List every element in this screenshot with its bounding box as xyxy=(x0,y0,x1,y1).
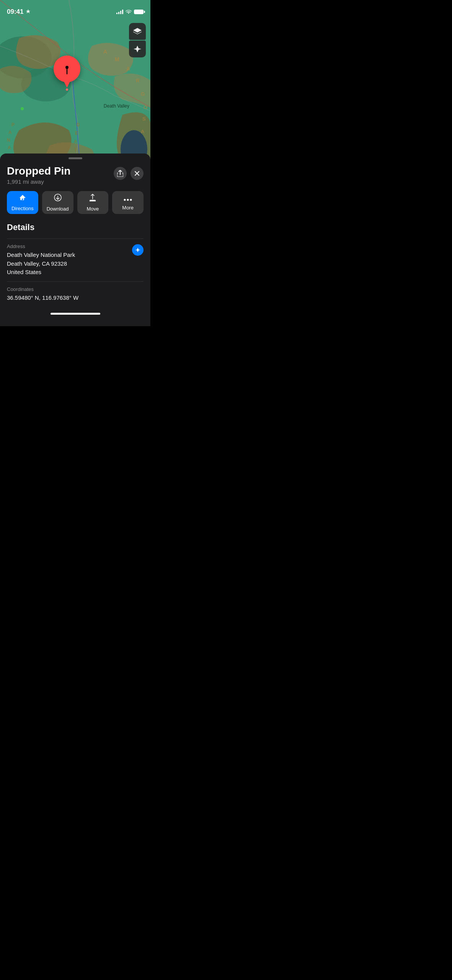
sheet-header: Dropped Pin 1,991 mi away xyxy=(0,165,150,191)
svg-point-31 xyxy=(130,199,132,201)
close-button[interactable] xyxy=(131,167,144,180)
details-section: Details Address Death Valley National Pa… xyxy=(0,222,150,307)
coordinates-label: Coordinates xyxy=(7,286,78,292)
death-valley-label: Death Valley xyxy=(104,103,129,109)
address-content: Address Death Valley National Park Death… xyxy=(7,243,75,277)
address-line3: United States xyxy=(7,268,75,277)
more-icon xyxy=(124,195,132,203)
bottom-sheet: Dropped Pin 1,991 mi away xyxy=(0,154,150,326)
status-bar: 09:41 xyxy=(0,0,150,19)
status-time: 09:41 xyxy=(7,8,30,16)
map-layers-button[interactable] xyxy=(129,23,146,40)
pin-dot xyxy=(66,88,68,91)
sheet-title: Dropped Pin xyxy=(7,165,70,177)
signal-icon xyxy=(116,10,123,14)
svg-text:A: A xyxy=(126,66,132,72)
svg-text:A: A xyxy=(8,130,13,135)
coordinates-content: Coordinates 36.59480° N, 116.97638° W xyxy=(7,286,78,302)
time-display: 09:41 xyxy=(7,8,23,16)
pin-stem xyxy=(64,82,70,88)
directions-label: Directions xyxy=(11,206,34,211)
download-icon xyxy=(54,194,62,204)
svg-text:A: A xyxy=(103,49,109,55)
address-line2: Death Valley, CA 92328 xyxy=(7,260,75,268)
svg-text:A: A xyxy=(141,129,145,134)
svg-text:P: P xyxy=(11,122,15,127)
location-button[interactable] xyxy=(129,41,146,57)
map-controls xyxy=(129,23,146,57)
scroll-indicator xyxy=(51,313,100,315)
move-label: Move xyxy=(86,206,99,212)
address-row: Address Death Valley National Park Death… xyxy=(7,238,144,281)
download-button[interactable]: Download xyxy=(42,191,73,214)
map-pin[interactable] xyxy=(54,56,80,91)
svg-text:G: G xyxy=(141,91,146,97)
svg-text:O: O xyxy=(144,105,148,110)
address-navigate-button[interactable] xyxy=(132,244,144,256)
svg-text:A: A xyxy=(8,145,12,150)
move-icon xyxy=(89,194,96,204)
download-label: Download xyxy=(47,206,69,212)
svg-point-25 xyxy=(21,107,24,110)
battery-icon xyxy=(134,10,144,14)
share-button[interactable] xyxy=(114,167,127,180)
sheet-handle xyxy=(69,157,82,159)
pin-bubble xyxy=(54,56,80,82)
svg-text:R: R xyxy=(136,78,140,83)
svg-text:D: D xyxy=(77,122,81,127)
coordinates-value: 36.59480° N, 116.97638° W xyxy=(7,294,78,302)
svg-text:E: E xyxy=(75,131,79,136)
wifi-icon xyxy=(126,10,132,14)
more-button[interactable]: More xyxy=(112,191,144,214)
svg-text:T: T xyxy=(74,147,78,153)
svg-text:M: M xyxy=(115,56,121,62)
svg-point-29 xyxy=(124,199,126,201)
status-icons xyxy=(116,10,144,14)
header-actions xyxy=(114,167,144,180)
address-line1: Death Valley National Park xyxy=(7,251,75,260)
svg-text:N: N xyxy=(7,137,11,143)
directions-icon xyxy=(18,194,27,204)
move-button[interactable]: Move xyxy=(77,191,109,214)
title-block: Dropped Pin 1,991 mi away xyxy=(7,165,70,185)
more-label: More xyxy=(122,205,134,211)
sheet-subtitle: 1,991 mi away xyxy=(7,178,70,185)
address-label: Address xyxy=(7,243,75,249)
action-buttons: Directions Download Move xyxy=(0,191,150,222)
coordinates-row: Coordinates 36.59480° N, 116.97638° W xyxy=(7,281,144,307)
svg-point-30 xyxy=(127,199,129,201)
svg-text:A: A xyxy=(74,139,78,144)
details-title: Details xyxy=(7,222,144,232)
directions-button[interactable]: Directions xyxy=(7,191,38,214)
svg-text:S: S xyxy=(142,116,147,122)
